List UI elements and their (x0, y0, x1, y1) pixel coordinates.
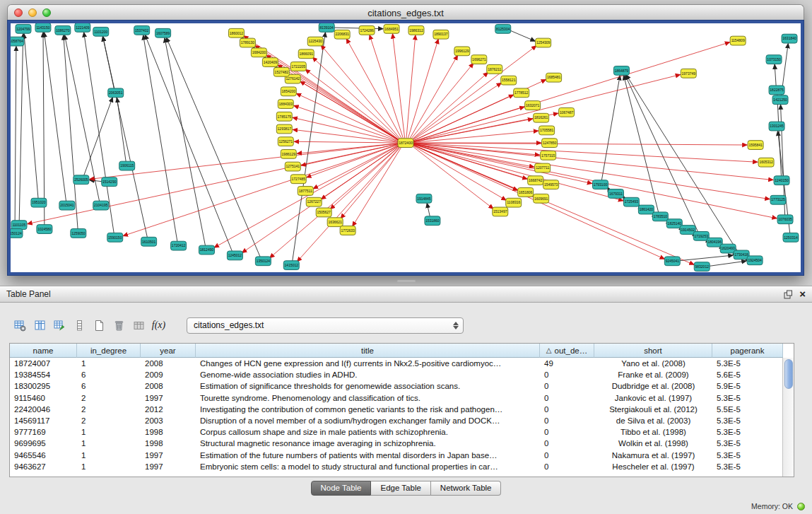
network-node[interactable]: 1259050 (71, 229, 86, 238)
network-node[interactable]: 2206831 (334, 30, 350, 39)
network-node[interactable]: 1951020 (31, 198, 47, 207)
network-node[interactable]: 9245041 (664, 257, 680, 266)
network-node[interactable]: 1705581 (539, 126, 555, 135)
network-node[interactable]: 2104195 (93, 201, 109, 210)
memory-status-indicator[interactable] (797, 503, 805, 510)
network-node[interactable]: 1861420 (638, 205, 654, 214)
network-node[interactable]: 2015041 (59, 201, 75, 210)
network-node[interactable]: 9832012 (694, 262, 710, 271)
network-node[interactable]: 1866091 (298, 49, 314, 59)
network-node[interactable]: 1207711 (535, 163, 551, 173)
network-node[interactable]: 1876211 (487, 65, 502, 74)
column-header-out_degree[interactable]: △out_de… (540, 344, 594, 358)
network-node[interactable]: 1906115 (119, 161, 135, 170)
network-node[interactable]: 8139104 (319, 23, 334, 32)
network-node[interactable]: 2526005 (73, 175, 89, 185)
table-row[interactable]: 911546021997Tourette syndrome. Phenomeno… (10, 392, 783, 404)
network-node[interactable]: 1607589 (155, 28, 171, 37)
table-vertical-scrollbar[interactable] (782, 358, 794, 477)
table-row[interactable]: 1456911722003Disruption of a novel membe… (10, 415, 783, 426)
network-node[interactable]: 1058764 (11, 37, 24, 46)
network-node[interactable]: 1595841 (748, 141, 763, 150)
delete-table-icon[interactable] (110, 317, 128, 334)
network-node[interactable]: 1785175 (276, 112, 292, 121)
network-node[interactable]: 1812490 (199, 245, 215, 255)
network-node[interactable]: 1505627 (316, 208, 331, 217)
network-node[interactable]: 1772633 (340, 226, 355, 235)
network-node[interactable]: 1684951 (384, 24, 399, 33)
network-svg[interactable]: 1872400122543018660911722205127614218542… (11, 23, 801, 272)
network-node[interactable]: 1421250 (772, 95, 788, 105)
network-node[interactable]: 1864879 (613, 66, 629, 75)
network-node[interactable]: 1221409 (75, 23, 90, 32)
tab-edge-table[interactable]: Edge Table (371, 481, 430, 496)
network-node[interactable]: 1793100 (593, 180, 608, 189)
network-node[interactable]: 1254309 (536, 38, 551, 47)
network-node[interactable]: 1225430 (307, 37, 323, 46)
network-node[interactable]: 1024580 (37, 225, 52, 234)
network-node[interactable]: 1684200 (251, 48, 266, 57)
network-node[interactable]: 1724286 (359, 25, 375, 35)
window-close-button[interactable] (14, 8, 23, 17)
network-node[interactable]: 1854200 (281, 87, 296, 96)
network-node[interactable]: 1631840 (782, 34, 797, 43)
network-node[interactable]: 1685481 (546, 73, 562, 82)
table-row[interactable]: 1872400712008Changes of HCN gene express… (10, 358, 783, 369)
network-node[interactable]: 1590150 (107, 233, 123, 242)
network-node[interactable]: 1884303 (278, 100, 293, 109)
network-node[interactable]: 1610501 (141, 237, 157, 246)
network-node[interactable]: 1267227 (306, 197, 322, 206)
network-node[interactable]: 1890137 (433, 30, 449, 39)
table-row[interactable]: 1830029562008Estimation of significance … (10, 380, 783, 392)
network-node[interactable]: 2063051 (108, 88, 124, 98)
network-node[interactable]: 1275141 (285, 162, 300, 171)
float-panel-icon[interactable] (784, 290, 793, 299)
network-node[interactable]: 1350124 (255, 257, 271, 266)
network-node[interactable]: 1789130 (240, 38, 255, 47)
network-node[interactable]: 1636621 (327, 218, 343, 227)
table-row[interactable]: 946554611997Estimation of the future num… (10, 450, 783, 461)
network-node[interactable]: 1816261 (534, 113, 549, 122)
network-node[interactable]: 1986129 (281, 149, 296, 158)
network-node[interactable]: 1757315 (541, 151, 556, 160)
network-node[interactable]: 1924504 (747, 256, 763, 265)
network-node[interactable]: 1872400 (398, 139, 413, 148)
network-node[interactable]: 1558121 (501, 76, 517, 85)
window-minimize-button[interactable] (28, 8, 37, 17)
network-node[interactable]: 1527482 (273, 67, 289, 76)
window-zoom-button[interactable] (42, 8, 51, 17)
column-header-name[interactable]: name (10, 344, 77, 358)
table-settings-icon[interactable] (11, 317, 29, 334)
column-header-year[interactable]: year (141, 344, 196, 358)
network-node[interactable]: 1605312 (758, 158, 774, 167)
network-node[interactable]: 1247850 (542, 139, 558, 148)
network-node[interactable]: 1143150 (35, 23, 51, 32)
new-file-icon[interactable] (90, 317, 108, 334)
column-header-short[interactable]: short (594, 344, 712, 358)
network-node[interactable]: 1204799 (16, 24, 31, 33)
table-row[interactable]: 977716911998Corpus callosum shape and si… (10, 426, 783, 438)
import-table-icon[interactable] (130, 317, 148, 334)
network-node[interactable]: 1725493 (623, 197, 639, 206)
network-node[interactable]: 1245012 (227, 251, 242, 260)
network-node[interactable]: 1420409 (262, 58, 278, 67)
scrollbar-thumb-icon[interactable] (784, 359, 793, 389)
network-node[interactable]: 1301245 (769, 122, 784, 131)
network-node[interactable]: 1722205 (290, 62, 306, 71)
table-row[interactable]: 946362711997Embryonic stem cells: a mode… (10, 461, 783, 472)
panel-splitter[interactable] (0, 276, 812, 286)
row-tools-icon[interactable] (71, 317, 88, 334)
table-row[interactable]: 1938455462009Genome-wide association stu… (10, 369, 783, 380)
network-node[interactable]: 1531860 (425, 216, 440, 226)
network-node[interactable]: 1108316 (506, 198, 522, 207)
network-node[interactable]: 1293817 (276, 124, 292, 134)
network-node[interactable]: 1720412 (171, 241, 187, 250)
close-panel-icon[interactable]: × (799, 289, 806, 299)
network-node[interactable]: 1067487 (559, 107, 575, 117)
network-node[interactable]: 1986312 (408, 25, 424, 35)
network-node[interactable]: 1651806 (518, 188, 534, 197)
network-node[interactable]: 1076035 (777, 215, 793, 224)
network-node[interactable]: 1679311 (608, 189, 623, 199)
column-header-in_degree[interactable]: in_degree (77, 344, 141, 358)
network-node[interactable]: 1860012 (228, 28, 244, 37)
